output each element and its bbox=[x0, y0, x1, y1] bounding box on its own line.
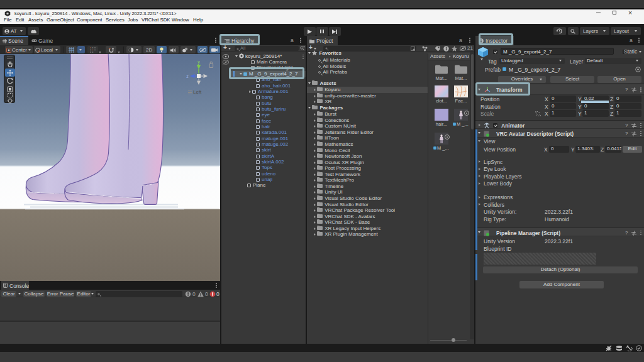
svg-text:z: z bbox=[186, 74, 189, 79]
svg-text:y: y bbox=[197, 60, 200, 65]
